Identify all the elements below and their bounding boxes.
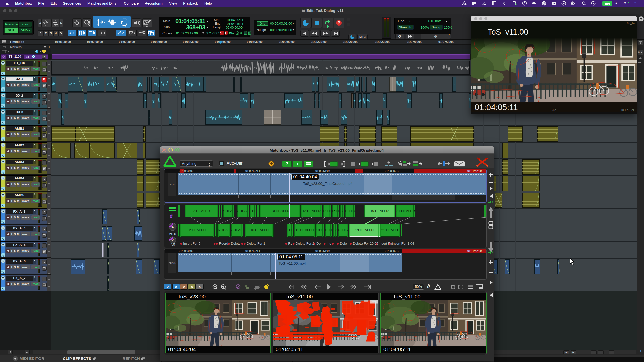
svg-text:C: C	[524, 2, 525, 5]
svg-text:P: P	[338, 21, 340, 25]
